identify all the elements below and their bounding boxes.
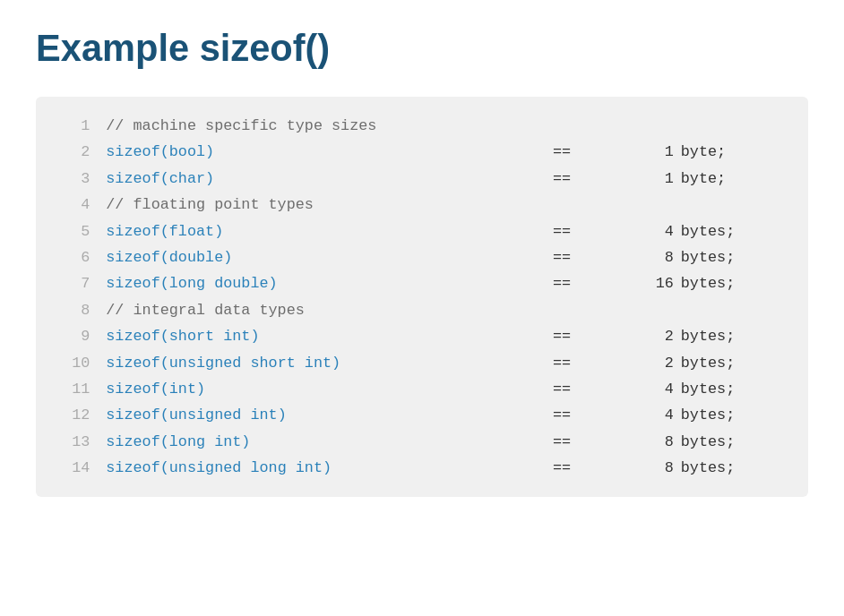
- code-line: 14sizeof(unsigned long int)==8bytes;: [54, 455, 790, 481]
- sizeof-call: sizeof(int): [106, 376, 544, 402]
- size-unit: bytes;: [681, 218, 790, 244]
- line-number: 4: [54, 192, 106, 218]
- sizeof-call: sizeof(short int): [106, 323, 544, 349]
- sizeof-call: sizeof(unsigned int): [106, 402, 544, 428]
- sizeof-call: sizeof(bool): [106, 139, 544, 165]
- equals-operator: ==: [544, 376, 626, 402]
- size-unit: bytes;: [681, 350, 790, 376]
- sizeof-call: sizeof(unsigned short int): [106, 350, 544, 376]
- code-comment: // floating point types: [106, 192, 790, 218]
- line-number: 2: [54, 139, 106, 165]
- size-value: 1: [626, 139, 681, 165]
- size-value: 4: [626, 376, 681, 402]
- size-value: 2: [626, 323, 681, 349]
- line-number: 5: [54, 218, 106, 244]
- code-comment: // machine specific type sizes: [106, 113, 790, 139]
- line-number: 6: [54, 244, 106, 270]
- equals-operator: ==: [544, 139, 626, 165]
- size-unit: bytes;: [681, 429, 790, 455]
- code-line: 2sizeof(bool)==1byte;: [54, 139, 790, 165]
- code-block: 1// machine specific type sizes2sizeof(b…: [36, 97, 808, 497]
- code-table: 1// machine specific type sizes2sizeof(b…: [54, 113, 790, 481]
- size-value: 8: [626, 244, 681, 270]
- size-unit: bytes;: [681, 455, 790, 481]
- size-unit: bytes;: [681, 270, 790, 296]
- equals-operator: ==: [544, 455, 626, 481]
- line-number: 3: [54, 166, 106, 192]
- code-line: 1// machine specific type sizes: [54, 113, 790, 139]
- equals-operator: ==: [544, 350, 626, 376]
- line-number: 9: [54, 323, 106, 349]
- size-value: 16: [626, 270, 681, 296]
- equals-operator: ==: [544, 218, 626, 244]
- code-line: 13sizeof(long int)==8bytes;: [54, 429, 790, 455]
- page-title: Example sizeof(): [36, 27, 808, 70]
- equals-operator: ==: [544, 429, 626, 455]
- line-number: 12: [54, 402, 106, 428]
- size-unit: bytes;: [681, 323, 790, 349]
- size-unit: byte;: [681, 166, 790, 192]
- equals-operator: ==: [544, 402, 626, 428]
- equals-operator: ==: [544, 270, 626, 296]
- sizeof-call: sizeof(long int): [106, 429, 544, 455]
- size-unit: bytes;: [681, 244, 790, 270]
- size-value: 1: [626, 166, 681, 192]
- code-line: 12sizeof(unsigned int)==4bytes;: [54, 402, 790, 428]
- size-unit: bytes;: [681, 376, 790, 402]
- line-number: 13: [54, 429, 106, 455]
- code-line: 5sizeof(float)==4bytes;: [54, 218, 790, 244]
- size-value: 8: [626, 429, 681, 455]
- line-number: 14: [54, 455, 106, 481]
- code-line: 7sizeof(long double)==16bytes;: [54, 270, 790, 296]
- line-number: 10: [54, 350, 106, 376]
- line-number: 7: [54, 270, 106, 296]
- code-line: 4// floating point types: [54, 192, 790, 218]
- sizeof-call: sizeof(unsigned long int): [106, 455, 544, 481]
- size-unit: bytes;: [681, 402, 790, 428]
- code-comment: // integral data types: [106, 297, 790, 323]
- line-number: 8: [54, 297, 106, 323]
- code-line: 11sizeof(int)==4bytes;: [54, 376, 790, 402]
- equals-operator: ==: [544, 244, 626, 270]
- code-line: 10sizeof(unsigned short int)==2bytes;: [54, 350, 790, 376]
- equals-operator: ==: [544, 323, 626, 349]
- size-unit: byte;: [681, 139, 790, 165]
- sizeof-call: sizeof(char): [106, 166, 544, 192]
- sizeof-call: sizeof(double): [106, 244, 544, 270]
- size-value: 8: [626, 455, 681, 481]
- code-line: 8// integral data types: [54, 297, 790, 323]
- size-value: 4: [626, 218, 681, 244]
- equals-operator: ==: [544, 166, 626, 192]
- sizeof-call: sizeof(long double): [106, 270, 544, 296]
- code-line: 9sizeof(short int)==2bytes;: [54, 323, 790, 349]
- size-value: 2: [626, 350, 681, 376]
- line-number: 11: [54, 376, 106, 402]
- sizeof-call: sizeof(float): [106, 218, 544, 244]
- code-line: 6sizeof(double)==8bytes;: [54, 244, 790, 270]
- line-number: 1: [54, 113, 106, 139]
- code-line: 3sizeof(char)==1byte;: [54, 166, 790, 192]
- size-value: 4: [626, 402, 681, 428]
